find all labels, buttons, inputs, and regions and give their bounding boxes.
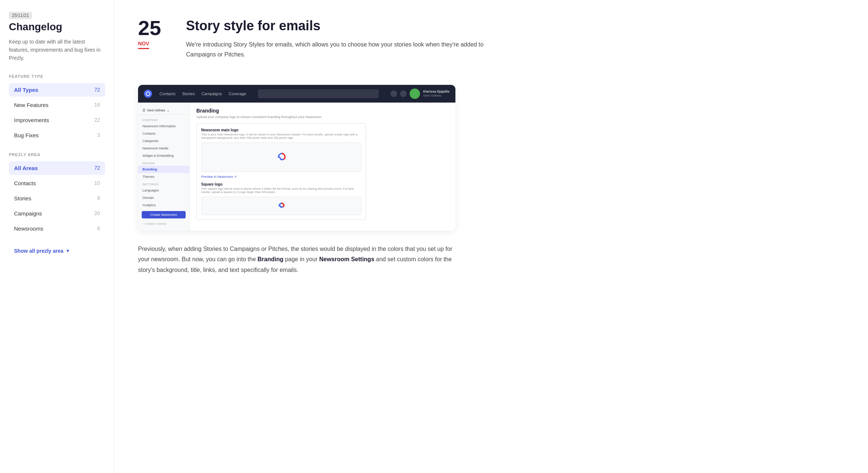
mock-app-sidebar: ☰ Vent Airlines ⌄ CONTENT Newsroom infor… <box>138 103 190 231</box>
mock-content-section-label: CONTENT <box>138 116 189 122</box>
filter-label: Campaigns <box>14 210 42 217</box>
mock-main-logo-title: Newsroom main logo <box>201 128 361 132</box>
filter-bug-fixes[interactable]: Bug Fixes 3 <box>9 128 105 142</box>
mock-categories: Categories <box>138 137 189 145</box>
filter-count: 72 <box>94 87 100 93</box>
mock-preview-link: Preview in Newsroom ↗ <box>201 175 361 179</box>
main-content: 25 NOV Story style for emails We're intr… <box>114 0 868 473</box>
mock-logo-upload-area <box>201 142 361 172</box>
filter-count: 3 <box>97 132 100 138</box>
prezly-logo <box>273 149 289 165</box>
date-badge: 25/11/21 <box>9 12 32 19</box>
filter-campaigns[interactable]: Campaigns 20 <box>9 207 105 220</box>
filter-all-areas[interactable]: All Areas 72 <box>9 161 105 175</box>
mock-company-selector: ☰ Vent Airlines ⌄ <box>138 106 189 115</box>
mock-create-newsroom-btn: Create Newsroom <box>142 211 186 218</box>
date-month: NOV <box>138 41 149 49</box>
mock-languages: Languages <box>138 187 189 194</box>
filter-all-types[interactable]: All Types 72 <box>9 83 105 97</box>
mock-avatar <box>410 89 420 99</box>
mock-square-logo-area <box>201 197 361 215</box>
mock-bell-icon <box>400 90 407 97</box>
filter-count: 10 <box>94 180 100 186</box>
mock-search-bar <box>258 89 379 98</box>
filter-label: Stories <box>14 195 31 201</box>
article-title-area: Story style for emails We're introducing… <box>186 18 844 72</box>
show-all-link[interactable]: Show all prezly area ▼ <box>9 246 105 256</box>
mock-logo-section: Newsroom main logo This is your main New… <box>196 123 366 220</box>
mock-nav-contacts: Contacts <box>159 92 175 96</box>
filter-label: All Areas <box>14 165 38 171</box>
filter-count: 6 <box>97 225 100 231</box>
mock-widget-embedding: Widget & Embedding <box>138 152 189 159</box>
filter-new-features[interactable]: New Features 16 <box>9 98 105 112</box>
filter-label: Newsrooms <box>14 225 43 232</box>
filter-count: 8 <box>97 195 100 201</box>
mock-newsroom-media: Newsroom Media <box>138 145 189 152</box>
mock-settings-icon <box>390 90 397 97</box>
feature-type-label: FEATURE TYPE <box>9 74 105 79</box>
mock-nav-campaigns: Campaigns <box>202 92 222 96</box>
filter-label: Bug Fixes <box>14 132 39 138</box>
mock-domain: Domain <box>138 194 189 201</box>
mock-nav-coverage: Coverage <box>228 92 246 96</box>
mock-logo <box>144 90 152 98</box>
svg-point-0 <box>146 92 150 96</box>
sidebar-title: Changelog <box>9 21 105 33</box>
mock-contacts: Contacts <box>138 130 189 137</box>
filter-newsrooms[interactable]: Newsrooms 6 <box>9 222 105 235</box>
changelog-label: Changelog <box>9 21 62 32</box>
mock-branding: Branding <box>138 166 189 173</box>
mock-branding-subtitle: Upload your company logo to ensure consi… <box>196 115 449 119</box>
filter-count: 20 <box>94 210 100 216</box>
show-all-label: Show all prezly area <box>14 248 63 254</box>
mock-design-section-label: DESIGN <box>138 159 189 166</box>
sidebar-description: Keep up to date with all the latest feat… <box>9 38 105 62</box>
article-intro: We're introducing Story Styles for email… <box>186 39 489 59</box>
filter-count: 22 <box>94 117 100 123</box>
mock-main-content: Branding Upload your company logo to ens… <box>190 103 455 231</box>
date-number: 25 <box>138 18 161 38</box>
mock-analytics: Analytics <box>138 201 189 209</box>
mock-themes: Themes <box>138 173 189 180</box>
filter-label: New Features <box>14 102 48 108</box>
prezly-area-label: PREZLY AREA <box>9 152 105 157</box>
filter-label: Contacts <box>14 180 36 186</box>
article-header: 25 NOV Story style for emails We're intr… <box>138 18 844 72</box>
filter-label: All Types <box>14 87 38 93</box>
mock-settings-section-label: SETTINGS <box>138 180 189 187</box>
mock-nav-stories: Stories <box>182 92 194 96</box>
filter-improvements[interactable]: Improvements 22 <box>9 113 105 127</box>
article-body-text2: page in your <box>283 256 319 262</box>
prezly-area-list: All Areas 72 Contacts 10 Stories 8 Campa… <box>9 161 105 235</box>
mock-nav: Contacts Stories Campaigns Coverage Klar… <box>138 85 455 103</box>
mock-square-logo-desc: Your square logo will be used in places … <box>201 187 361 194</box>
filter-stories[interactable]: Stories 8 <box>9 191 105 205</box>
article-body-bold1: Branding <box>258 256 283 262</box>
mock-nav-items: Contacts Stories Campaigns Coverage <box>159 92 246 96</box>
filter-count: 16 <box>94 102 100 108</box>
chevron-down-icon: ▼ <box>66 248 70 253</box>
mock-body: ☰ Vent Airlines ⌄ CONTENT Newsroom infor… <box>138 103 455 231</box>
feature-type-list: All Types 72 New Features 16 Improvement… <box>9 83 105 142</box>
mock-square-logo-title: Square logo <box>201 182 361 186</box>
mock-user-info: Klarissa Djajailie Vent Airlines <box>423 90 450 98</box>
mock-newsroom-info: Newsroom information <box>138 122 189 130</box>
mock-branding-title: Branding <box>196 108 449 114</box>
mock-collapse-sidebar: ‹ Collapse sidebar <box>138 221 189 227</box>
filter-label: Improvements <box>14 117 49 123</box>
filter-contacts[interactable]: Contacts 10 <box>9 176 105 190</box>
app-screenshot: Contacts Stories Campaigns Coverage Klar… <box>138 85 455 231</box>
filter-count: 72 <box>94 165 100 171</box>
date-block: 25 NOV <box>138 18 171 49</box>
mock-main-logo-desc: This is your main Newsroom logo; it will… <box>201 133 361 139</box>
sidebar: 25/11/21 Changelog Keep up to date with … <box>0 0 114 473</box>
article-body: Previously, when adding Stories to Campa… <box>138 244 455 276</box>
article-body-bold2: Newsroom Settings <box>319 256 374 262</box>
article-title: Story style for emails <box>186 18 844 34</box>
